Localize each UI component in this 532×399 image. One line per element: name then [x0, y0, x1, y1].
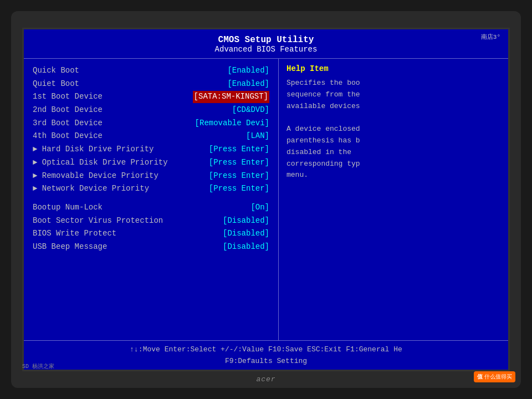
menu-row-usb-beep[interactable]: USB Beep Message [Disabled]	[33, 241, 269, 254]
menu-label-quick-boot: Quick Boot	[33, 65, 79, 77]
menu-value-quick-boot: [Enabled]	[227, 65, 269, 77]
bios-title-sub: Advanced BIOS Features	[24, 45, 508, 54]
menu-row-numlock[interactable]: Bootup Num-Lock [On]	[33, 201, 269, 214]
menu-value-odd-priority: [Press Enter]	[209, 157, 269, 169]
monitor-outer: CMOS Setup Utility Advanced BIOS Feature…	[11, 11, 521, 388]
menu-label-removable-priority: ► Removable Device Priority	[33, 170, 158, 182]
menu-label-bios-write: BIOS Write Protect	[33, 228, 116, 240]
bios-screen: CMOS Setup Utility Advanced BIOS Feature…	[24, 29, 508, 370]
menu-label-1st-boot: 1st Boot Device	[33, 91, 103, 103]
bios-content: Quick Boot [Enabled] Quiet Boot [Enabled…	[24, 58, 508, 341]
bios-right-panel: Help Item Specifies the boo sequence fro…	[279, 59, 508, 340]
menu-value-bios-write: [Disabled]	[223, 228, 269, 240]
top-right-label: 南店3°	[481, 33, 500, 41]
menu-value-usb-beep: [Disabled]	[223, 241, 269, 253]
menu-label-3rd-boot: 3rd Boot Device	[33, 117, 103, 130]
menu-label-2nd-boot: 2nd Boot Device	[33, 104, 103, 116]
help-text: Specifies the boo sequence from the avai…	[287, 78, 500, 181]
help-title: Help Item	[287, 64, 500, 73]
menu-row-odd-priority[interactable]: ► Optical Disk Drive Priority [Press Ent…	[33, 156, 269, 170]
menu-row-bios-write[interactable]: BIOS Write Protect [Disabled]	[33, 227, 269, 241]
menu-label-numlock: Bootup Num-Lock	[33, 202, 103, 214]
footer-line2: F9:Defaults Setting	[24, 356, 508, 367]
badge: 值 什么值得买	[474, 371, 515, 382]
menu-row-quick-boot[interactable]: Quick Boot [Enabled]	[33, 64, 269, 78]
bios-title-main: CMOS Setup Utility	[24, 35, 508, 45]
menu-value-4th-boot: [LAN]	[246, 130, 269, 142]
footer-line1: ↑↓:Move Enter:Select +/-/:Value F10:Save…	[24, 344, 508, 356]
menu-label-4th-boot: 4th Boot Device	[33, 130, 103, 142]
menu-label-quiet-boot: Quiet Boot	[33, 78, 79, 90]
menu-value-3rd-boot: [Removable Devi]	[195, 117, 269, 130]
menu-value-2nd-boot: [CD&DVD]	[232, 104, 269, 116]
menu-value-network-priority: [Press Enter]	[209, 183, 269, 195]
menu-label-odd-priority: ► Optical Disk Drive Priority	[33, 157, 168, 169]
menu-row-quiet-boot[interactable]: Quiet Boot [Enabled]	[33, 78, 269, 91]
menu-value-virus: [Disabled]	[223, 215, 269, 227]
watermark: SD 杨洪之家	[22, 362, 54, 370]
menu-value-1st-boot: [SATA:SM-KINGST]	[193, 91, 269, 103]
menu-row-removable-priority[interactable]: ► Removable Device Priority [Press Enter…	[33, 170, 269, 183]
menu-value-removable-priority: [Press Enter]	[209, 170, 269, 182]
menu-label-network-priority: ► Network Device Priority	[33, 183, 149, 195]
badge-icon: 值	[477, 373, 483, 381]
menu-row-1st-boot[interactable]: 1st Boot Device [SATA:SM-KINGST]	[33, 90, 269, 104]
bios-left-panel: Quick Boot [Enabled] Quiet Boot [Enabled…	[24, 59, 279, 340]
menu-label-virus: Boot Sector Virus Protection	[33, 215, 163, 227]
menu-row-hdd-priority[interactable]: ► Hard Disk Drive Priority [Press Enter]	[33, 143, 269, 156]
menu-value-hdd-priority: [Press Enter]	[209, 144, 269, 156]
monitor-screen: CMOS Setup Utility Advanced BIOS Feature…	[22, 28, 510, 371]
menu-row-2nd-boot[interactable]: 2nd Boot Device [CD&DVD]	[33, 104, 269, 117]
bios-footer: ↑↓:Move Enter:Select +/-/:Value F10:Save…	[24, 341, 508, 370]
menu-label-hdd-priority: ► Hard Disk Drive Priority	[33, 144, 154, 156]
badge-text: 什么值得买	[484, 373, 512, 381]
menu-value-quiet-boot: [Enabled]	[227, 78, 269, 90]
menu-value-numlock: [On]	[250, 202, 269, 214]
acer-logo: acer	[256, 375, 275, 383]
menu-label-usb-beep: USB Beep Message	[33, 241, 107, 253]
menu-row-virus[interactable]: Boot Sector Virus Protection [Disabled]	[33, 214, 269, 228]
menu-row-network-priority[interactable]: ► Network Device Priority [Press Enter]	[33, 182, 269, 196]
menu-row-4th-boot[interactable]: 4th Boot Device [LAN]	[33, 130, 269, 143]
menu-row-3rd-boot[interactable]: 3rd Boot Device [Removable Devi]	[33, 117, 269, 130]
bios-header: CMOS Setup Utility Advanced BIOS Feature…	[24, 29, 508, 58]
